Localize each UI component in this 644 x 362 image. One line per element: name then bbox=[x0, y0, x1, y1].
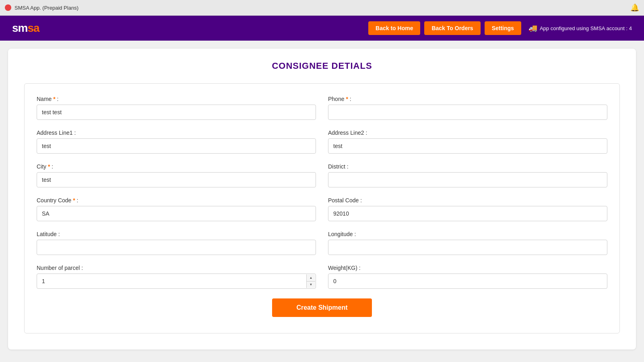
postal-code-label: Postal Code : bbox=[328, 197, 607, 204]
bell-icon: 🔔 bbox=[630, 3, 639, 12]
name-input[interactable] bbox=[37, 105, 316, 120]
back-to-orders-button[interactable]: Back To Orders bbox=[424, 21, 480, 35]
form-row-address: Address Line1 : Address Line2 : bbox=[37, 130, 607, 154]
form-row-name-phone: Name * : Phone * : bbox=[37, 96, 607, 120]
title-bar: SMSA App. (Prepaid Plans) 🔔 bbox=[0, 0, 644, 16]
form-row-lat-lon: Latitude : Longitude : bbox=[37, 231, 607, 255]
latitude-input[interactable] bbox=[37, 240, 316, 255]
svg-point-0 bbox=[6, 6, 10, 9]
weight-input[interactable] bbox=[328, 274, 607, 289]
weight-label: Weight(KG) : bbox=[328, 265, 607, 271]
form-row-city-district: City * : District : bbox=[37, 163, 607, 187]
create-shipment-button[interactable]: Create Shipment bbox=[272, 298, 372, 317]
latitude-label: Latitude : bbox=[37, 231, 316, 237]
form-group-postal-code: Postal Code : bbox=[328, 197, 607, 221]
phone-input[interactable] bbox=[328, 105, 607, 120]
address1-input[interactable] bbox=[37, 138, 316, 154]
country-code-label: Country Code * : bbox=[37, 197, 316, 204]
form-group-name: Name * : bbox=[37, 96, 316, 120]
form-group-district: District : bbox=[328, 163, 607, 187]
country-required-star: * bbox=[73, 197, 75, 204]
district-input[interactable] bbox=[328, 172, 607, 187]
logo-sm: sm bbox=[12, 22, 27, 35]
name-label: Name * : bbox=[37, 96, 316, 102]
district-label: District : bbox=[328, 163, 607, 170]
form-row-parcel-weight: Number of parcel : ▲ ▼ Weight(KG) : bbox=[37, 265, 607, 289]
form-inner: Name * : Phone * : Address Line1 : bbox=[24, 83, 620, 333]
main-content: CONSIGNEE DETIALS Name * : Phone * : bbox=[0, 41, 644, 358]
parcel-spinners: ▲ ▼ bbox=[306, 274, 315, 288]
form-group-address2: Address Line2 : bbox=[328, 130, 607, 154]
form-card: CONSIGNEE DETIALS Name * : Phone * : bbox=[8, 49, 636, 350]
form-group-city: City * : bbox=[37, 163, 316, 187]
form-group-address1: Address Line1 : bbox=[37, 130, 316, 154]
form-group-phone: Phone * : bbox=[328, 96, 607, 120]
header: smsa Back to Home Back To Orders Setting… bbox=[0, 16, 644, 41]
postal-code-input[interactable] bbox=[328, 206, 607, 221]
address1-label: Address Line1 : bbox=[37, 130, 316, 136]
parcel-input-wrapper: ▲ ▼ bbox=[37, 274, 316, 289]
app-icon bbox=[5, 4, 11, 11]
form-group-latitude: Latitude : bbox=[37, 231, 316, 255]
parcel-input[interactable] bbox=[37, 274, 316, 289]
logo-sa: sa bbox=[27, 22, 39, 35]
form-row-country-postal: Country Code * : Postal Code : bbox=[37, 197, 607, 221]
parcel-label: Number of parcel : bbox=[37, 265, 316, 271]
form-group-longitude: Longitude : bbox=[328, 231, 607, 255]
back-to-home-button[interactable]: Back to Home bbox=[368, 21, 420, 35]
form-title: CONSIGNEE DETIALS bbox=[24, 61, 620, 71]
city-label: City * : bbox=[37, 163, 316, 170]
logo: smsa bbox=[12, 22, 39, 35]
title-bar-text: SMSA App. (Prepaid Plans) bbox=[14, 5, 78, 11]
parcel-spinner-down[interactable]: ▼ bbox=[307, 282, 315, 288]
settings-button[interactable]: Settings bbox=[485, 21, 521, 35]
truck-icon: 🚚 bbox=[528, 24, 537, 33]
address2-input[interactable] bbox=[328, 138, 607, 154]
city-required-star: * bbox=[48, 163, 50, 170]
parcel-spinner-up[interactable]: ▲ bbox=[307, 274, 315, 282]
form-group-weight: Weight(KG) : bbox=[328, 265, 607, 289]
longitude-input[interactable] bbox=[328, 240, 607, 255]
phone-required-star: * bbox=[346, 96, 348, 102]
country-code-input[interactable] bbox=[37, 206, 316, 221]
longitude-label: Longitude : bbox=[328, 231, 607, 237]
form-group-parcel: Number of parcel : ▲ ▼ bbox=[37, 265, 316, 289]
city-input[interactable] bbox=[37, 172, 316, 187]
header-right: Back to Home Back To Orders Settings 🚚 A… bbox=[368, 21, 632, 35]
account-info-text: App configured using SMSA account : 4 bbox=[540, 25, 632, 31]
form-group-country-code: Country Code * : bbox=[37, 197, 316, 221]
address2-label: Address Line2 : bbox=[328, 130, 607, 136]
name-required-star: * bbox=[53, 96, 55, 102]
account-info: 🚚 App configured using SMSA account : 4 bbox=[528, 24, 632, 33]
phone-label: Phone * : bbox=[328, 96, 607, 102]
